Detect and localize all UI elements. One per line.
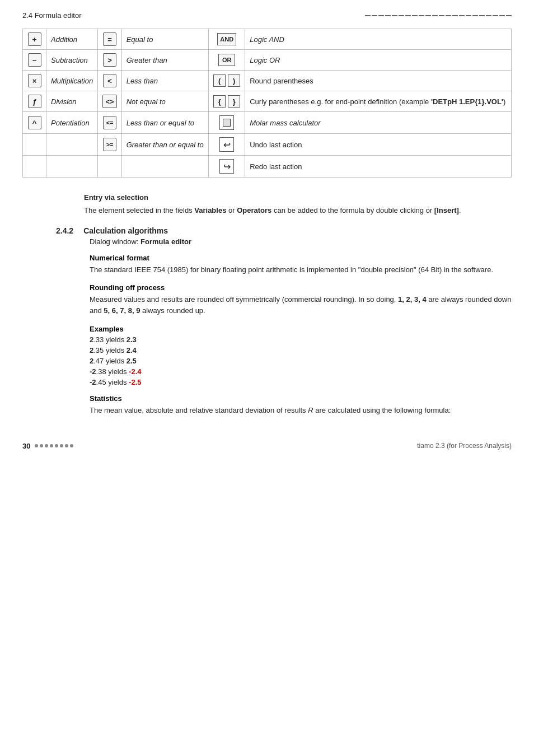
footer-product: tiamo 2.3 (for Process Analysis) — [417, 442, 512, 450]
icon-cell-empty3 — [98, 156, 121, 178]
dialog-window-label: Dialog window: Formula editor — [90, 237, 512, 246]
label-or: Logic OR — [245, 50, 512, 71]
label-pot: Potentiation — [46, 112, 98, 134]
icon-cell-equal: = — [98, 29, 121, 50]
mult-icon: × — [28, 74, 41, 87]
table-row: × Multiplication < Less than ( ) Round p… — [23, 71, 512, 91]
header-rule — [365, 15, 512, 16]
icon-cell-pot: ^ — [23, 112, 46, 134]
icon-cell-mult: × — [23, 71, 46, 91]
examples-block: Examples 2.33 yields 2.3 2.35 yields 2.4… — [90, 325, 512, 386]
icon-cell-lte: <= — [98, 112, 121, 134]
label-empty3 — [121, 156, 209, 178]
numerical-format-body: The standard IEEE 754 (1985) for binary … — [90, 264, 512, 276]
rounding-block: Rounding off process Measured values and… — [90, 283, 512, 316]
redo-icon: ↪ — [219, 159, 234, 174]
table-row: ^ Potentiation <= Less than or equal to … — [23, 112, 512, 134]
icon-cell-empty1 — [23, 134, 46, 156]
label-lte: Less than or equal to — [121, 112, 209, 134]
page-footer: 30 tiamo 2.3 (for Process Analysis) — [22, 438, 512, 450]
section-label: 2.4 Formula editor — [22, 11, 82, 20]
div-icon: ƒ — [28, 95, 41, 108]
footer-dots — [35, 444, 73, 447]
icon-cell-neq: <> — [98, 91, 121, 112]
example-4: -2.38 yields -2.4 — [90, 367, 512, 376]
neq-icon: <> — [102, 95, 116, 108]
lt-icon: < — [103, 74, 116, 87]
example-3: 2.47 yields 2.5 — [90, 357, 512, 365]
section-title: Calculation algorithms — [83, 226, 168, 235]
icon-cell-and: AND — [209, 29, 245, 50]
icon-cell-gt: > — [98, 50, 121, 71]
lte-icon: <= — [103, 116, 116, 129]
label-curly: Curly parentheses e.g. for end-point def… — [245, 91, 512, 112]
entry-selection-block: Entry via selection The element selected… — [84, 193, 512, 216]
label-parens: Round parentheses — [245, 71, 512, 91]
page-header: 2.4 Formula editor — [22, 11, 512, 20]
plus-icon: + — [28, 32, 41, 46]
page-number: 30 — [22, 442, 30, 450]
minus-icon: − — [28, 53, 41, 67]
entry-selection-body: The element selected in the fields Varia… — [84, 205, 512, 216]
icon-cell-empty2 — [23, 156, 46, 178]
section-number: 2.4.2 — [56, 226, 73, 235]
entry-selection-heading: Entry via selection — [84, 193, 512, 202]
section-242: 2.4.2 Calculation algorithms Dialog wind… — [56, 226, 512, 416]
icon-cell-gte: >= — [98, 134, 121, 156]
molar-icon — [219, 115, 234, 130]
table-row: >= Greater than or equal to ↩ Undo last … — [23, 134, 512, 156]
label-gte: Greater than or equal to — [121, 134, 209, 156]
icon-cell-div: ƒ — [23, 91, 46, 112]
rounding-body: Measured values and results are rounded … — [90, 294, 512, 316]
label-empty1 — [46, 134, 98, 156]
curly-icon: { } — [213, 95, 240, 108]
statistics-body: The mean value, absolute and relative st… — [90, 405, 512, 416]
table-row: + Addition = Equal to AND Logic AND — [23, 29, 512, 50]
example-1: 2.33 yields 2.3 — [90, 335, 512, 344]
example-2: 2.35 yields 2.4 — [90, 346, 512, 354]
pot-icon: ^ — [28, 116, 41, 129]
operator-table: + Addition = Equal to AND Logic AND − Su… — [22, 29, 512, 178]
rounding-heading: Rounding off process — [90, 283, 512, 292]
label-neq: Not equal to — [121, 91, 209, 112]
label-redo: Redo last action — [245, 156, 512, 178]
or-icon: OR — [218, 54, 235, 66]
icon-cell-molar — [209, 112, 245, 134]
label-empty2 — [46, 156, 98, 178]
gt-icon: > — [103, 53, 116, 67]
label-and: Logic AND — [245, 29, 512, 50]
section-242-header: 2.4.2 Calculation algorithms — [56, 226, 512, 235]
icon-cell-or: OR — [209, 50, 245, 71]
numerical-format-block: Numerical format The standard IEEE 754 (… — [90, 254, 512, 276]
label-mult: Multiplication — [46, 71, 98, 91]
icon-cell-curly: { } — [209, 91, 245, 112]
icon-cell-undo: ↩ — [209, 134, 245, 156]
and-icon: AND — [217, 33, 236, 45]
label-addition: Addition — [46, 29, 98, 50]
parens-icon: ( ) — [213, 74, 240, 87]
label-molar: Molar mass calculator — [245, 112, 512, 134]
table-row: − Subtraction > Greater than OR Logic OR — [23, 50, 512, 71]
equal-icon: = — [103, 32, 116, 46]
label-gt: Greater than — [121, 50, 209, 71]
label-div: Division — [46, 91, 98, 112]
label-subtraction: Subtraction — [46, 50, 98, 71]
icon-cell-redo: ↪ — [209, 156, 245, 178]
icon-cell-parens: ( ) — [209, 71, 245, 91]
label-equal: Equal to — [121, 29, 209, 50]
icon-cell-minus: − — [23, 50, 46, 71]
numerical-format-heading: Numerical format — [90, 254, 512, 262]
gte-icon: >= — [103, 138, 116, 151]
label-undo: Undo last action — [245, 134, 512, 156]
table-row: ↪ Redo last action — [23, 156, 512, 178]
statistics-block: Statistics The mean value, absolute and … — [90, 394, 512, 416]
label-lt: Less than — [121, 71, 209, 91]
icon-cell-plus: + — [23, 29, 46, 50]
icon-cell-lt: < — [98, 71, 121, 91]
examples-heading: Examples — [90, 325, 512, 333]
undo-icon: ↩ — [219, 137, 234, 152]
statistics-heading: Statistics — [90, 394, 512, 403]
example-5: -2.45 yields -2.5 — [90, 378, 512, 386]
table-row: ƒ Division <> Not equal to { } Curly par… — [23, 91, 512, 112]
